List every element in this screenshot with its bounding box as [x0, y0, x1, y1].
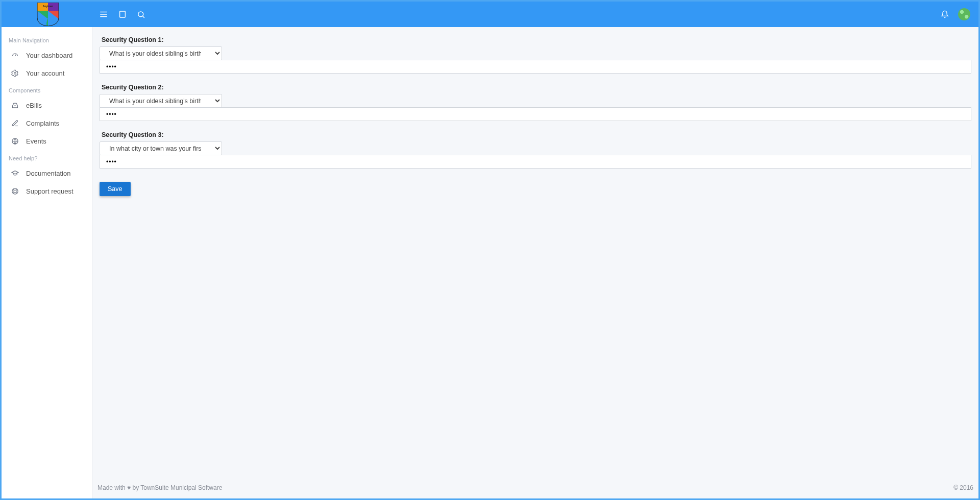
life-ring-icon [11, 187, 19, 195]
sidebar-heading-components: Components [2, 82, 92, 97]
save-button[interactable]: Save [100, 182, 131, 196]
panel-icon[interactable] [118, 10, 127, 18]
question-1-label: Security Question 1: [100, 36, 971, 43]
question-2-answer[interactable] [100, 107, 971, 121]
sidebar-item-dashboard[interactable]: Your dashboard [2, 46, 92, 64]
sidebar-item-label: Events [26, 137, 46, 145]
question-2-select[interactable]: What is your oldest sibling's birthday m… [100, 94, 222, 108]
gauge-icon [11, 52, 19, 59]
sidebar-item-documentation[interactable]: Documentation [2, 164, 92, 182]
question-1-block: Security Question 1: What is your oldest… [100, 36, 971, 74]
sidebar-item-ebills[interactable]: eBills [2, 97, 92, 114]
sidebar-heading-main: Main Navigation [2, 32, 92, 46]
footer-copyright: © 2016 [953, 484, 973, 491]
bell-icon[interactable] [941, 10, 949, 18]
edit-icon [11, 120, 19, 127]
sidebar: Main Navigation Your dashboard Your acco… [2, 27, 92, 498]
svg-rect-4 [120, 11, 126, 17]
app-logo: Anytown [37, 3, 59, 26]
question-1-answer[interactable] [100, 60, 971, 74]
sidebar-heading-help: Need help? [2, 150, 92, 164]
svg-point-12 [14, 190, 16, 193]
question-2-block: Security Question 2: What is your oldest… [100, 84, 971, 121]
svg-text:Anytown: Anytown [43, 5, 53, 8]
svg-line-7 [15, 55, 16, 56]
grad-cap-icon [11, 170, 19, 177]
inbox-icon [11, 102, 19, 109]
sidebar-item-label: Documentation [26, 170, 70, 177]
question-1-select[interactable]: What is your oldest sibling's birthday m… [100, 46, 222, 60]
sidebar-item-label: eBills [26, 102, 42, 109]
sidebar-item-complaints[interactable]: Complaints [2, 114, 92, 132]
sidebar-item-support[interactable]: Support request [2, 182, 92, 200]
sidebar-item-account[interactable]: Your account [2, 64, 92, 82]
question-3-answer[interactable] [100, 155, 971, 169]
menu-icon[interactable] [99, 10, 108, 19]
search-icon[interactable] [137, 10, 145, 19]
security-questions-form: Security Question 1: What is your oldest… [92, 27, 978, 477]
svg-point-5 [138, 11, 143, 16]
sidebar-item-events[interactable]: Events [2, 132, 92, 150]
question-3-select[interactable]: In what city or town was your first job? [100, 141, 222, 155]
top-header: Anytown [2, 2, 978, 27]
svg-point-8 [14, 73, 16, 75]
user-avatar[interactable] [958, 8, 970, 20]
sidebar-item-label: Your account [26, 69, 64, 77]
svg-line-6 [143, 16, 144, 17]
footer: Made with ♥ by TownSuite Municipal Softw… [92, 477, 978, 498]
sidebar-item-label: Support request [26, 187, 74, 195]
gear-icon [11, 69, 19, 77]
sidebar-item-label: Your dashboard [26, 52, 72, 59]
question-2-label: Security Question 2: [100, 84, 971, 91]
sidebar-item-label: Complaints [26, 120, 59, 127]
globe-icon [11, 137, 19, 145]
footer-text: Made with ♥ by TownSuite Municipal Softw… [97, 484, 222, 491]
question-3-block: Security Question 3: In what city or tow… [100, 131, 971, 169]
question-3-label: Security Question 3: [100, 131, 971, 138]
